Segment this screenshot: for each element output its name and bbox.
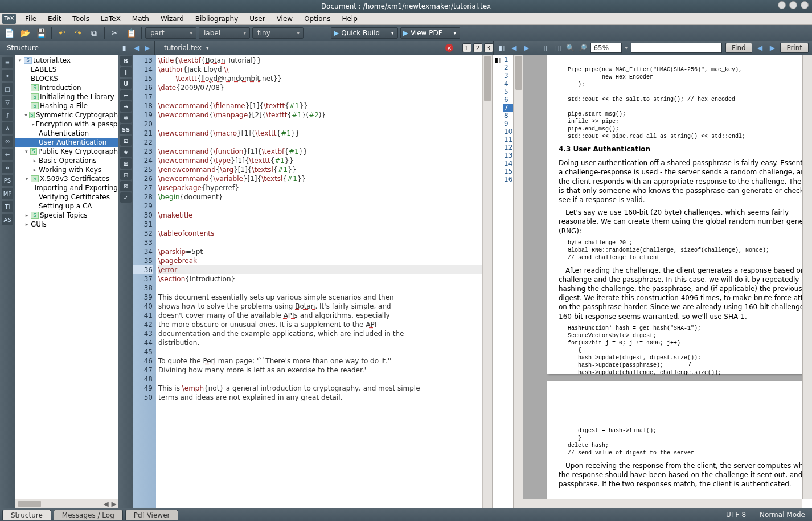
section-combo[interactable]: part [145,27,196,39]
tree-item[interactable]: ▸Encryption with a passph [15,120,118,129]
pdf-double-icon[interactable]: ▯▯ [553,43,563,53]
format-btn-2[interactable]: U [120,79,132,89]
cut-icon[interactable]: ✂ [108,27,122,39]
menu-math[interactable]: Math [126,15,155,23]
bookmark-3[interactable]: 3 [484,43,493,52]
format-btn-7[interactable]: ⊡ [120,136,132,146]
code-content[interactable]: \title{\textbf{Botan Tutorial}}\author{J… [156,55,482,508]
tree-item[interactable]: ▾SPublic Key Cryptograph [15,147,118,156]
menu-user[interactable]: User [244,15,270,23]
tree-item[interactable]: ▾SX.509v3 Certificates [15,174,118,183]
tree-item[interactable]: Setting up a CA [15,202,118,211]
tree-item[interactable]: ▸Working with Keys [15,165,118,174]
page-thumb[interactable]: 15 [503,167,513,175]
label-combo[interactable]: label [199,27,250,39]
tree-item[interactable]: SInitializing the Library [15,92,118,101]
status-tab-pdf[interactable]: Pdf Viewer [125,510,179,520]
zoom-out-icon[interactable]: 🔎 [579,43,588,53]
nav-forward-icon[interactable]: ▶ [142,43,152,53]
editor-vscrollbar[interactable] [482,55,492,508]
tree-item[interactable]: ▸GUIs [15,220,118,229]
pdf-hscrollbar[interactable] [523,499,802,508]
pdf-viewer[interactable]: Pipe pipe(new MAC_Filter("HMAC(SHA-256)"… [523,55,812,508]
copy-icon[interactable]: ⧉ [87,27,101,39]
paste-icon[interactable]: 📋 [124,27,138,39]
symbol-btn-6[interactable]: ⊙ [2,136,13,147]
bookmark-2[interactable]: 2 [473,43,482,52]
menu-edit[interactable]: Edit [42,15,67,23]
symbol-btn-5[interactable]: λ [2,122,13,134]
close-tab-icon[interactable]: ✕ [445,44,453,52]
page-thumb[interactable]: 12 [503,143,513,151]
menu-view[interactable]: View [271,15,298,23]
structure-hscrollbar[interactable]: ◀▶ [15,499,118,508]
minimize-button[interactable] [778,1,786,9]
format-btn-8[interactable]: ★ [120,147,132,157]
menu-help[interactable]: Help [336,15,363,23]
save-file-icon[interactable]: 💾 [34,27,48,39]
tree-item[interactable]: ▾SSymmetric Cryptograph [15,110,118,120]
tree-item[interactable]: User Authentication [15,138,118,147]
page-thumb[interactable]: 3 [503,72,513,80]
page-thumb[interactable]: 4 [503,80,513,88]
zoom-input[interactable]: 65% [590,43,621,53]
format-btn-10[interactable]: ⊟ [120,170,132,180]
symbol-btn-3[interactable]: ▽ [2,96,13,108]
format-btn-5[interactable]: ⌘ [120,113,132,123]
page-thumb[interactable]: 10 [503,128,513,136]
menu-file[interactable]: File [19,15,42,23]
open-file-icon[interactable]: 📂 [18,27,32,39]
page-strip-vscrollbar[interactable] [514,55,523,508]
symbol-btn-8[interactable]: ⋄ [2,162,13,173]
page-thumb[interactable]: 1 [503,56,513,64]
pdf-toggle-icon[interactable]: ◧ [497,43,506,53]
page-thumb[interactable]: 7 [503,104,513,112]
close-button[interactable] [801,1,809,9]
symbol-btn-4[interactable]: ∫ [2,109,13,121]
new-file-icon[interactable]: 📄 [2,27,16,39]
find-button[interactable]: Find [725,43,752,53]
page-thumb[interactable]: 9 [503,120,513,128]
tree-item[interactable]: ▸SSpecial Topics [15,211,118,220]
format-btn-0[interactable]: B [120,56,132,66]
print-button[interactable]: Print [780,43,809,53]
menu-bibliography[interactable]: Bibliography [190,15,244,23]
format-btn-11[interactable]: ⊠ [120,181,132,191]
page-thumb[interactable]: 13 [503,151,513,159]
tree-item[interactable]: LABELS [15,65,118,74]
tree-item[interactable]: ▾Stutorial.tex [15,56,118,65]
find-prev-icon[interactable]: ◀ [756,43,765,53]
nav-back-icon[interactable]: ◀ [132,43,141,53]
view-pdf-button[interactable]: ▶View PDF▾ [400,27,460,39]
symbol-btn-9[interactable]: PS [2,175,13,186]
undo-icon[interactable]: ↶ [55,27,69,39]
format-btn-1[interactable]: I [120,67,132,77]
symbol-btn-0[interactable]: ≡ [2,57,13,68]
editor-tab[interactable]: tutorial.tex [158,41,289,55]
tree-item[interactable]: BLOCKS [15,74,118,83]
zoom-in-icon[interactable]: 🔍 [566,43,575,53]
tree-item[interactable]: Importing and Exporting [15,183,118,192]
menu-tools[interactable]: Tools [67,15,95,23]
page-thumb[interactable]: 14 [503,159,513,167]
format-btn-6[interactable]: $$ [120,124,132,134]
symbol-btn-12[interactable]: AS [2,214,13,225]
symbol-btn-10[interactable]: MP [2,188,13,199]
pdf-vscrollbar[interactable] [802,55,812,499]
page-strip-icon[interactable]: ◧ [493,55,503,508]
menu-latex[interactable]: LaTeX [95,15,126,23]
symbol-btn-7[interactable]: ← [2,149,13,160]
quick-build-button[interactable]: ▶Quick Build▾ [331,27,398,39]
menu-options[interactable]: Options [298,15,336,23]
page-thumb[interactable]: 6 [503,96,513,104]
symbol-btn-1[interactable]: • [2,70,13,81]
maximize-button[interactable] [789,1,797,9]
bookmark-1[interactable]: 1 [462,43,471,52]
find-input[interactable] [631,43,722,53]
code-editor[interactable]: 1314151617181920212223242526272829303132… [133,55,492,508]
tree-item[interactable]: Authentication [15,129,118,138]
tree-item[interactable]: SHashing a File [15,101,118,110]
tree-item[interactable]: ▸Basic Operations [15,156,118,165]
tree-item[interactable]: SIntroduction [15,83,118,92]
page-thumb[interactable]: 11 [503,136,513,143]
